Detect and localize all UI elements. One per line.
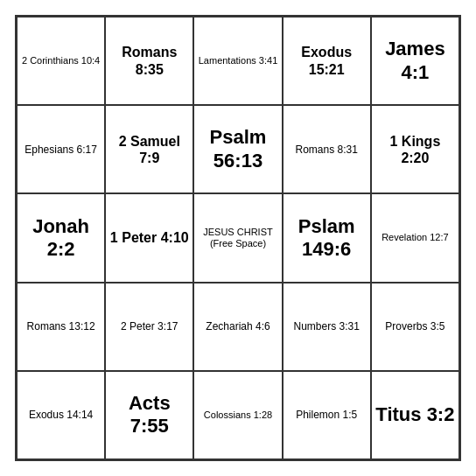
bingo-cell-12: JESUS CHRIST (Free Space)	[193, 193, 282, 282]
cell-text-2: Lamentations 3:41	[199, 55, 278, 66]
cell-text-4: James 4:1	[375, 38, 455, 84]
cell-text-13: Pslam 149:6	[287, 215, 367, 262]
cell-text-19: Proverbs 3:5	[385, 320, 444, 332]
cell-text-5: Ephesians 6:17	[24, 144, 97, 156]
bingo-cell-23: Philemon 1:5	[283, 371, 371, 459]
bingo-cell-11: 1 Peter 4:10	[105, 193, 193, 282]
cell-text-10: Jonah 2:2	[21, 215, 101, 262]
cell-text-18: Numbers 3:31	[294, 320, 360, 332]
bingo-cell-1: Romans 8:35	[105, 17, 193, 105]
bingo-cell-22: Colossians 1:28	[193, 371, 282, 459]
bingo-card: 2 Corinthians 10:4Romans 8:35Lamentation…	[15, 15, 461, 461]
cell-text-20: Exodus 14:14	[29, 409, 93, 421]
bingo-cell-6: 2 Samuel 7:9	[105, 105, 193, 193]
bingo-cell-16: 2 Peter 3:17	[105, 283, 193, 371]
bingo-cell-4: James 4:1	[371, 17, 459, 105]
bingo-cell-24: Titus 3:2	[371, 371, 459, 459]
bingo-cell-3: Exodus 15:21	[283, 17, 371, 105]
cell-text-6: 2 Samuel 7:9	[109, 133, 189, 166]
bingo-cell-13: Pslam 149:6	[283, 193, 371, 282]
bingo-cell-21: Acts 7:55	[105, 371, 193, 459]
cell-text-0: 2 Corinthians 10:4	[22, 55, 100, 66]
cell-text-22: Colossians 1:28	[204, 410, 272, 421]
cell-text-21: Acts 7:55	[109, 392, 189, 438]
bingo-cell-2: Lamentations 3:41	[193, 17, 282, 105]
cell-text-14: Revelation 12:7	[382, 232, 448, 243]
bingo-cell-10: Jonah 2:2	[17, 193, 105, 282]
bingo-cell-7: Psalm 56:13	[193, 105, 282, 193]
cell-text-24: Titus 3:2	[375, 403, 454, 426]
bingo-cell-20: Exodus 14:14	[17, 371, 105, 459]
cell-text-9: 1 Kings 2:20	[375, 133, 455, 166]
cell-text-8: Romans 8:31	[296, 144, 358, 156]
cell-text-15: Romans 13:12	[27, 320, 95, 332]
bingo-cell-9: 1 Kings 2:20	[371, 105, 459, 193]
bingo-cell-19: Proverbs 3:5	[371, 283, 459, 371]
cell-text-12: JESUS CHRIST (Free Space)	[198, 227, 277, 249]
bingo-cell-18: Numbers 3:31	[283, 283, 371, 371]
bingo-cell-14: Revelation 12:7	[371, 193, 459, 282]
bingo-cell-15: Romans 13:12	[17, 283, 105, 371]
cell-text-3: Exodus 15:21	[287, 44, 367, 77]
bingo-cell-8: Romans 8:31	[283, 105, 371, 193]
cell-text-23: Philemon 1:5	[296, 409, 357, 421]
cell-text-11: 1 Peter 4:10	[110, 229, 189, 246]
cell-text-16: 2 Peter 3:17	[121, 320, 178, 332]
cell-text-7: Psalm 56:13	[198, 126, 277, 172]
bingo-cell-17: Zechariah 4:6	[193, 283, 282, 371]
cell-text-1: Romans 8:35	[109, 44, 189, 77]
cell-text-17: Zechariah 4:6	[206, 320, 270, 332]
bingo-cell-0: 2 Corinthians 10:4	[17, 17, 105, 105]
bingo-cell-5: Ephesians 6:17	[17, 105, 105, 193]
